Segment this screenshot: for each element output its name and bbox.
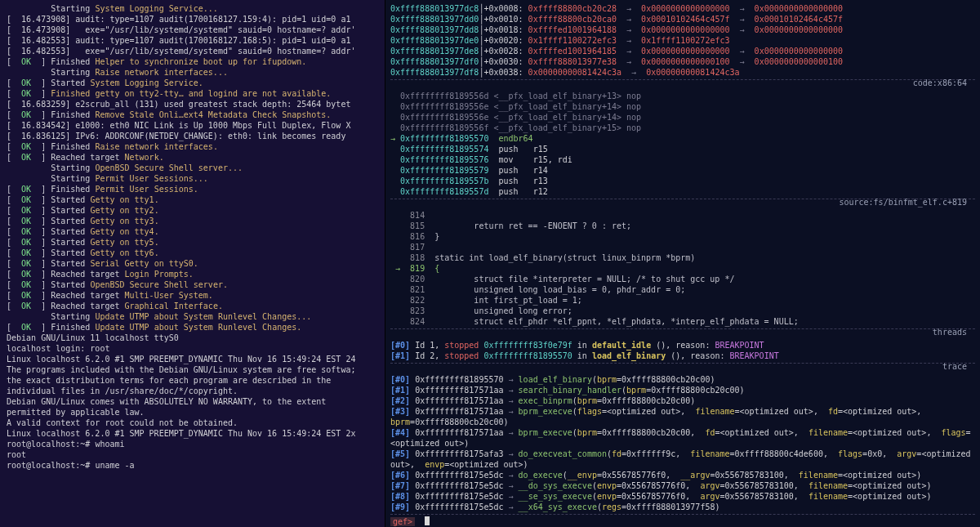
disasm-line: 0xffffffff8189556f <__pfx_load_elf_binar… xyxy=(390,123,975,133)
boot-line: [ OK ] Reached target Login Prompts. xyxy=(7,269,385,279)
source-line: 815 return ret == -ENOENT ? 0 : ret; xyxy=(390,221,975,231)
shell-line: root xyxy=(7,449,385,460)
boot-line: [ OK ] Started Getty on tty4. xyxy=(7,226,385,237)
debugger-pane: 0xffff888013977dc8│+0x0008: 0xffff88800c… xyxy=(385,0,980,527)
disasm-line: 0xffffffff8189557d push r12 xyxy=(390,186,975,197)
trace-header: trace xyxy=(942,361,967,372)
boot-line: [ 16.473908] exe="/usr/lib/systemd/syste… xyxy=(7,25,385,35)
threads-header: threads xyxy=(933,327,967,337)
shell-line: The programs included with the Debian GN… xyxy=(7,364,385,375)
shell-session[interactable]: Debian GNU/Linux 11 localhost ttyS0local… xyxy=(7,333,385,471)
boot-line: [ 16.482553] audit: type=1107 audit(1700… xyxy=(7,35,385,46)
code-header: code:x86:64 xyxy=(913,78,967,88)
shell-line: Debian GNU/Linux 11 localhost ttyS0 xyxy=(7,333,385,343)
boot-log-pane: Starting System Logging Service...[ 16.4… xyxy=(0,0,385,527)
trace-row: [#0] 0xffffffff81895570 → load_elf_binar… xyxy=(390,374,975,385)
source-line: 818 static int load_elf_binary(struct li… xyxy=(390,252,975,263)
boot-line: Starting OpenBSD Secure Shell server... xyxy=(7,163,385,173)
shell-line: permitted by applicable law. xyxy=(7,407,385,418)
boot-line: [ OK ] Finished getty on tty2-tty… and l… xyxy=(7,88,385,99)
shell-line: Linux localhost 6.2.0 #1 SMP PREEMPT_DYN… xyxy=(7,428,385,439)
source-line: → 819 { xyxy=(390,263,975,274)
boot-line: [ OK ] Started Getty on tty3. xyxy=(7,216,385,226)
stack-row: 0xffff888013977df0│+0x0030: 0xffff888013… xyxy=(390,56,975,67)
source-view: 814 815 return ret == -ENOENT ? 0 : ret;… xyxy=(390,210,975,327)
trace-row: [#4] 0xffffffff817571aa → bprm_execve(bp… xyxy=(390,427,975,449)
trace-row: [#2] 0xffffffff817571aa → exec_binprm(bp… xyxy=(390,395,975,406)
disasm-line: 0xffffffff81895574 push r15 xyxy=(390,144,975,154)
boot-line: Starting System Logging Service... xyxy=(7,3,385,14)
disasm-line: 0xffffffff8189556d <__pfx_load_elf_binar… xyxy=(390,91,975,101)
shell-line: localhost login: root xyxy=(7,343,385,354)
boot-line: [ 16.473908] audit: type=1107 audit(1700… xyxy=(7,14,385,25)
boot-line: [ OK ] Started Getty on tty2. xyxy=(7,205,385,216)
disasm-line: 0xffffffff8189556e <__pfx_load_elf_binar… xyxy=(390,101,975,112)
trace-row: [#8] 0xffffffff8175e5dc → __se_sys_execv… xyxy=(390,491,975,502)
stack-row: 0xffff888013977dd0│+0x0010: 0xffff88800c… xyxy=(390,14,975,25)
boot-line: Starting Raise network interfaces... xyxy=(7,67,385,78)
source-header: source:fs/binfmt_elf.c+819 xyxy=(839,197,967,208)
stack-row: 0xffff888013977df8│+0x0038: 0x0000000008… xyxy=(390,67,975,78)
boot-line: [ OK ] Started Serial Getty on ttyS0. xyxy=(7,258,385,269)
boot-line: Starting Update UTMP about System Runlev… xyxy=(7,311,385,322)
boot-line: [ 16.683259] e2scrub_all (131) used grea… xyxy=(7,99,385,109)
source-line: 822 int first_pt_load = 1; xyxy=(390,295,975,306)
shell-line: A valid context for root could not be ob… xyxy=(7,418,385,428)
source-line: 824 struct elf_phdr *elf_ppnt, *elf_phda… xyxy=(390,316,975,327)
source-line: 816 } xyxy=(390,231,975,242)
disasm-line: 0xffffffff81895576 mov r15, rdi xyxy=(390,154,975,165)
gef-prompt[interactable]: gef> xyxy=(390,516,975,527)
boot-line: [ OK ] Finished Permit User Sessions. xyxy=(7,184,385,194)
disasm-line: → 0xffffffff81895570 endbr64 xyxy=(390,133,975,144)
boot-line: [ OK ] Started Getty on tty6. xyxy=(7,248,385,258)
disassembly-view: 0xffffffff8189556d <__pfx_load_elf_binar… xyxy=(390,91,975,197)
trace-row: [#1] 0xffffffff817571aa → search_binary_… xyxy=(390,385,975,395)
source-line: 821 unsigned long load_bias = 0, phdr_ad… xyxy=(390,284,975,295)
trace-view: [#0] 0xffffffff81895570 → load_elf_binar… xyxy=(390,374,975,512)
disasm-line: 0xffffffff8189556e <__pfx_load_elf_binar… xyxy=(390,112,975,123)
stack-row: 0xffff888013977dd8│+0x0018: 0xffffed1001… xyxy=(390,25,975,35)
source-line: 820 struct file *interpreter = NULL; /* … xyxy=(390,274,975,284)
thread-row: [#1] Id 2, stopped 0xffffffff81895570 in… xyxy=(390,351,975,361)
thread-row: [#0] Id 1, stopped 0xffffffff83f0e79f in… xyxy=(390,340,975,351)
boot-line: [ OK ] Reached target Network. xyxy=(7,152,385,163)
source-line: 823 unsigned long error; xyxy=(390,306,975,316)
trace-row: [#6] 0xffffffff8175e5dc → do_execve(__en… xyxy=(390,470,975,480)
boot-line: [ OK ] Finished Remove Stale Onli…ext4 M… xyxy=(7,109,385,120)
boot-line: [ 16.834542] e1000: eth0 NIC Link is Up … xyxy=(7,120,385,131)
boot-line: [ OK ] Started System Logging Service. xyxy=(7,78,385,88)
trace-row: [#5] 0xffffffff8175afa3 → do_execveat_co… xyxy=(390,449,975,470)
boot-log: Starting System Logging Service...[ 16.4… xyxy=(7,3,385,333)
boot-line: [ 16.482553] exe="/usr/lib/systemd/syste… xyxy=(7,46,385,56)
source-line: 817 xyxy=(390,242,975,252)
disasm-line: 0xffffffff81895579 push r14 xyxy=(390,165,975,176)
trace-row: [#3] 0xffffffff817571aa → bprm_execve(fl… xyxy=(390,406,975,427)
shell-line: the exact distribution terms for each pr… xyxy=(7,375,385,386)
boot-line: [ OK ] Finished Raise network interfaces… xyxy=(7,141,385,152)
boot-line: [ OK ] Reached target Graphical Interfac… xyxy=(7,301,385,311)
boot-line: [ OK ] Started Getty on tty1. xyxy=(7,194,385,205)
stack-row: 0xffff888013977de0│+0x0020: 0x1ffff11002… xyxy=(390,35,975,46)
boot-line: [ OK ] Started OpenBSD Secure Shell serv… xyxy=(7,279,385,290)
threads-view: [#0] Id 1, stopped 0xffffffff83f0e79f in… xyxy=(390,340,975,361)
stack-view: 0xffff888013977dc8│+0x0008: 0xffff88800c… xyxy=(390,3,975,78)
shell-line[interactable]: root@localhost:~# whoami xyxy=(7,439,385,449)
trace-row: [#7] 0xffffffff8175e5dc → __do_sys_execv… xyxy=(390,480,975,491)
stack-row: 0xffff888013977de8│+0x0028: 0xffffed1001… xyxy=(390,46,975,56)
boot-line: [ OK ] Finished Update UTMP about System… xyxy=(7,322,385,333)
trace-row: [#9] 0xffffffff8175e5dc → __x64_sys_exec… xyxy=(390,502,975,512)
shell-line: Debian GNU/Linux comes with ABSOLUTELY N… xyxy=(7,396,385,407)
boot-line: Starting Permit User Sessions... xyxy=(7,173,385,184)
disasm-line: 0xffffffff8189557b push r13 xyxy=(390,176,975,186)
shell-line[interactable]: root@localhost:~# uname -a xyxy=(7,460,385,471)
boot-line: [ OK ] Finished Helper to synchronize bo… xyxy=(7,56,385,67)
shell-line: Linux localhost 6.2.0 #1 SMP PREEMPT_DYN… xyxy=(7,354,385,364)
boot-line: [ OK ] Started Getty on tty5. xyxy=(7,237,385,248)
shell-line: individual files in /usr/share/doc/*/cop… xyxy=(7,386,385,396)
stack-row: 0xffff888013977dc8│+0x0008: 0xffff88800c… xyxy=(390,3,975,14)
source-line: 814 xyxy=(390,210,975,221)
boot-line: [ 16.836125] IPv6: ADDRCONF(NETDEV_CHANG… xyxy=(7,131,385,141)
boot-line: [ OK ] Reached target Multi-User System. xyxy=(7,290,385,301)
